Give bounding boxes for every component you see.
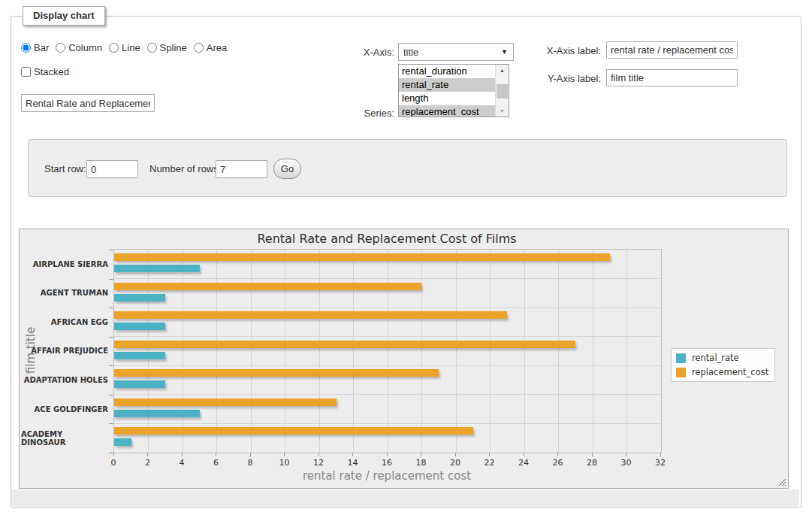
plot-area bbox=[113, 249, 662, 453]
legend-swatch bbox=[676, 368, 686, 377]
legend-label: replacement_cost bbox=[692, 367, 768, 377]
bar-rental_rate bbox=[114, 323, 165, 330]
fieldset-bottom-strip bbox=[11, 489, 799, 507]
bar-replacement_cost bbox=[114, 341, 575, 348]
radio-bar[interactable] bbox=[21, 43, 31, 53]
x-tick-label: 32 bbox=[645, 458, 675, 468]
series-caption: Series: bbox=[331, 108, 394, 119]
series-option-replacement_cost[interactable]: replacement_cost bbox=[399, 105, 496, 117]
start-row-label: Start row: bbox=[44, 163, 86, 174]
category-label: AFRICAN EGG bbox=[21, 308, 108, 337]
bar-replacement_cost bbox=[114, 253, 610, 261]
x-tick-label: 16 bbox=[372, 458, 402, 468]
scrollbar-thumb[interactable] bbox=[497, 84, 508, 98]
gridline-h bbox=[114, 336, 661, 337]
radio-line[interactable] bbox=[109, 43, 119, 53]
x-axis-title: rental rate / replacement cost bbox=[113, 469, 660, 483]
radio-option-spline: Spline bbox=[147, 42, 187, 53]
legend-swatch bbox=[676, 353, 686, 363]
category-label: AGENT TRUMAN bbox=[21, 279, 108, 308]
x-axis-select[interactable]: title ▼ bbox=[398, 43, 514, 61]
gridline-v bbox=[388, 250, 388, 453]
resize-handle-icon[interactable] bbox=[777, 477, 786, 486]
fieldset-legend: Display chart bbox=[23, 6, 105, 26]
x-tick bbox=[147, 453, 148, 456]
listbox-scrollbar[interactable]: ▲ ▼ bbox=[495, 65, 509, 117]
radio-option-column: Column bbox=[56, 42, 102, 53]
series-option-length[interactable]: length bbox=[399, 92, 496, 105]
stacked-checkbox[interactable] bbox=[21, 67, 31, 77]
x-tick bbox=[489, 453, 490, 456]
gridline-v bbox=[251, 250, 252, 453]
gridline-v bbox=[593, 250, 593, 453]
gridline-h bbox=[114, 423, 661, 424]
bar-rental_rate bbox=[114, 380, 165, 388]
legend-item-replacement_cost: replacement_cost bbox=[676, 367, 768, 377]
x-tick bbox=[660, 453, 661, 456]
x-tick bbox=[421, 453, 421, 456]
x-tick bbox=[318, 453, 319, 456]
gridline-v bbox=[285, 250, 285, 453]
scrollbar-up-icon[interactable]: ▲ bbox=[496, 65, 509, 76]
radio-label: Line bbox=[122, 42, 140, 53]
category-label: ACE GOLDFINGER bbox=[21, 395, 108, 424]
x-tick-label: 18 bbox=[406, 458, 436, 468]
x-tick bbox=[626, 453, 626, 456]
series-option-rental_duration[interactable]: rental_duration bbox=[399, 65, 496, 78]
x-axis-label-caption: X-Axis label: bbox=[517, 45, 601, 56]
gridline-h bbox=[114, 308, 661, 308]
radio-column[interactable] bbox=[56, 43, 65, 53]
gridline-v bbox=[216, 250, 217, 453]
y-axis-label-input[interactable] bbox=[606, 69, 738, 86]
radio-label: Column bbox=[68, 42, 102, 53]
x-tick bbox=[182, 453, 183, 456]
x-tick bbox=[216, 453, 216, 456]
category-label: AFFAIR PREJUDICE bbox=[21, 337, 108, 366]
chart-title: Rental Rate and Replacement Cost of Film… bbox=[113, 232, 660, 246]
radio-label: Bar bbox=[34, 42, 49, 53]
stacked-row: Stacked bbox=[21, 66, 69, 77]
bar-rental_rate bbox=[114, 265, 200, 272]
x-tick-label: 28 bbox=[577, 458, 607, 468]
x-tick bbox=[524, 453, 524, 456]
x-axis-selected-value: title bbox=[403, 47, 418, 58]
series-option-rental_rate[interactable]: rental_rate bbox=[399, 78, 496, 92]
x-tick bbox=[113, 453, 114, 456]
chart-container: Rental Rate and Replacement Cost of Film… bbox=[19, 229, 789, 489]
x-tick bbox=[455, 453, 456, 456]
category-labels: AIRPLANE SIERRAAGENT TRUMANAFRICAN EGGAF… bbox=[21, 250, 108, 453]
start-row-input[interactable] bbox=[86, 160, 138, 178]
go-button[interactable]: Go bbox=[273, 159, 301, 179]
x-axis-ticks bbox=[113, 453, 660, 456]
radio-spline[interactable] bbox=[147, 43, 157, 53]
x-tick bbox=[557, 453, 558, 456]
x-tick bbox=[387, 453, 388, 456]
radio-option-bar: Bar bbox=[21, 42, 49, 53]
x-tick-labels: 02468101214161820222426283032 bbox=[113, 458, 660, 468]
bar-replacement_cost bbox=[114, 398, 337, 406]
gridline-v bbox=[319, 250, 320, 453]
x-tick-label: 24 bbox=[509, 458, 539, 468]
radio-label: Spline bbox=[160, 42, 187, 53]
x-tick-label: 2 bbox=[133, 458, 163, 468]
radio-option-area: Area bbox=[194, 42, 227, 53]
bar-replacement_cost bbox=[114, 369, 439, 377]
x-tick bbox=[352, 453, 353, 456]
x-tick bbox=[250, 453, 251, 456]
bar-replacement_cost bbox=[114, 283, 421, 290]
bar-rental_rate bbox=[114, 352, 165, 359]
radio-area[interactable] bbox=[194, 43, 204, 53]
x-axis-label-input[interactable] bbox=[606, 41, 738, 59]
chart-title-input[interactable] bbox=[21, 94, 155, 112]
x-tick-label: 0 bbox=[98, 458, 128, 468]
x-tick-label: 12 bbox=[303, 458, 334, 468]
series-listbox[interactable]: rental_durationrental_ratelengthreplacem… bbox=[398, 64, 509, 117]
scrollbar-down-icon[interactable]: ▼ bbox=[496, 105, 509, 117]
chart-type-radio-group: BarColumnLineSplineArea bbox=[21, 42, 234, 53]
x-tick-label: 30 bbox=[611, 458, 641, 468]
num-rows-input[interactable] bbox=[216, 160, 267, 178]
x-tick-label: 8 bbox=[235, 458, 265, 468]
x-tick bbox=[592, 453, 593, 456]
category-label: ACADEMY DINOSAUR bbox=[21, 423, 108, 453]
radio-label: Area bbox=[207, 42, 227, 53]
